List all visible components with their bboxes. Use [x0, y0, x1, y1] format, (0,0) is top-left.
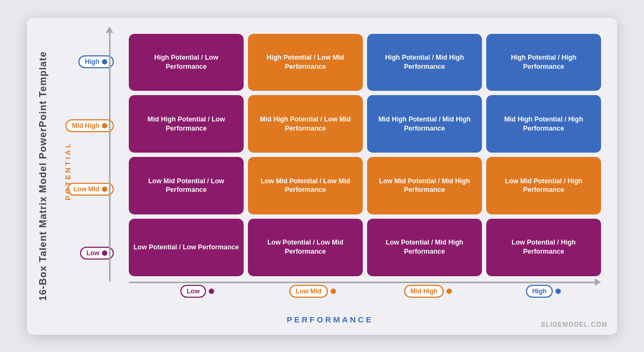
- toggle-low-label: Low: [86, 249, 99, 257]
- matrix-cell-r2-c0: Low Mid Potential / Low Performance: [129, 157, 244, 214]
- credit-text: SLIDEMODEL.COM: [541, 321, 608, 328]
- x-label-midhigh: Mid High: [370, 285, 486, 298]
- main-area: POTENTIAL High Mid High: [59, 28, 601, 324]
- matrix-cell-r3-c2: Low Potential / Mid High Performance: [367, 219, 482, 276]
- x-axis-arrow: [129, 282, 601, 283]
- x-dot-lowmid: [331, 289, 336, 294]
- x-toggle-midhigh[interactable]: Mid High: [404, 285, 444, 298]
- x-label-lowmid: Low Mid: [255, 285, 370, 298]
- y-label-lowmid: Low Mid: [67, 161, 114, 218]
- slide-container: 16-Box Talent Matrix Model PowerPoint Te…: [27, 18, 617, 335]
- toggle-low-dot: [102, 250, 107, 256]
- matrix-cell-r3-c1: Low Potential / Low Mid Performance: [248, 219, 363, 276]
- x-labels-row: Low Low Mid: [140, 285, 601, 298]
- matrix-cell-r3-c3: Low Potential / High Performance: [486, 219, 601, 276]
- x-toggle-high[interactable]: High: [526, 285, 553, 298]
- matrix-cell-r2-c2: Low Mid Potential / Mid High Performance: [367, 157, 482, 214]
- x-label-high: High: [486, 285, 601, 298]
- matrix-cell-r1-c3: Mid High Potential / High Performance: [486, 95, 601, 153]
- y-label-midhigh: Mid High: [65, 97, 114, 154]
- slide-title: 16-Box Talent Matrix Model PowerPoint Te…: [38, 51, 49, 300]
- toggle-midhigh-label: Mid High: [72, 122, 99, 130]
- x-toggle-low-label: Low: [187, 288, 200, 295]
- toggle-high-dot: [102, 59, 107, 64]
- matrix-cell-r0-c3: High Potential / High Performance: [486, 34, 601, 91]
- chart-area: POTENTIAL High Mid High: [59, 28, 601, 314]
- x-toggle-high-label: High: [532, 288, 547, 295]
- x-arrow-line: [129, 282, 595, 283]
- matrix-cell-r0-c2: High Potential / Mid High Performance: [367, 34, 482, 91]
- matrix-cell-r2-c3: Low Mid Potential / High Performance: [486, 157, 601, 214]
- x-dot-low: [209, 289, 214, 294]
- matrix-cell-r0-c1: High Potential / Low Mid Performance: [248, 34, 363, 91]
- y-arrow-head: [106, 26, 113, 33]
- matrix-cell-r1-c2: Mid High Potential / Mid High Performanc…: [367, 95, 482, 153]
- grid-and-arrows: High Potential / Low PerformanceHigh Pot…: [118, 28, 601, 314]
- matrix-grid: High Potential / Low PerformanceHigh Pot…: [118, 28, 601, 282]
- x-label-low: Low: [140, 285, 255, 298]
- toggle-midhigh-dot: [102, 123, 107, 128]
- x-dot-high: [555, 289, 561, 294]
- x-dot-midhigh: [447, 289, 452, 294]
- toggle-midhigh[interactable]: Mid High: [65, 119, 114, 132]
- toggle-lowmid[interactable]: Low Mid: [67, 183, 114, 196]
- toggle-lowmid-dot: [102, 186, 107, 192]
- potential-axis-label: POTENTIAL: [64, 141, 72, 200]
- toggle-high-label: High: [85, 58, 99, 66]
- toggle-lowmid-label: Low Mid: [74, 185, 99, 193]
- matrix-cell-r0-c0: High Potential / Low Performance: [129, 34, 244, 91]
- performance-axis-label: PERFORMANCE: [59, 315, 601, 324]
- x-toggle-lowmid[interactable]: Low Mid: [289, 285, 328, 298]
- matrix-cell-r2-c1: Low Mid Potential / Low Mid Performance: [248, 157, 363, 214]
- vertical-title-area: 16-Box Talent Matrix Model PowerPoint Te…: [27, 28, 59, 324]
- matrix-cell-r3-c0: Low Potential / Low Performance: [129, 219, 244, 276]
- x-toggle-low[interactable]: Low: [180, 285, 206, 298]
- matrix-cell-r1-c1: Mid High Potential / Low Mid Performance: [248, 95, 363, 153]
- x-toggle-midhigh-label: Mid High: [411, 288, 438, 295]
- x-toggle-lowmid-label: Low Mid: [296, 288, 321, 295]
- x-axis-area: Low Low Mid: [118, 282, 601, 314]
- matrix-cell-r1-c0: Mid High Potential / Low Performance: [129, 95, 244, 153]
- y-arrow-line: [109, 28, 111, 282]
- y-axis-arrow: [108, 28, 111, 282]
